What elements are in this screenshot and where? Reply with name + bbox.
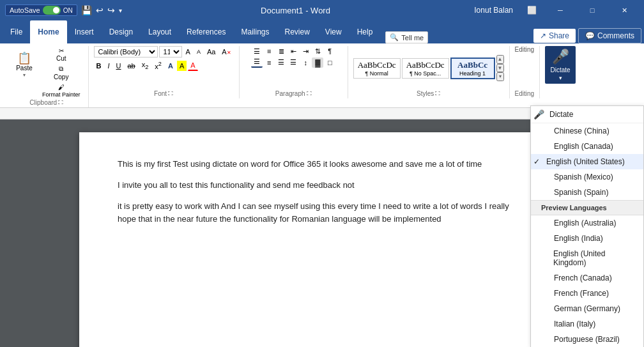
dropdown-dictate-option[interactable]: 🎤 Dictate — [531, 106, 643, 123]
styles-scroll-down[interactable]: ▼ — [496, 64, 504, 73]
document-title: Document1 - Word — [261, 6, 330, 15]
styles-scroll-up[interactable]: ▲ — [496, 55, 504, 64]
font-name-select[interactable]: Calibri (Body) — [94, 46, 158, 58]
dropdown-lang-french-france-label: French (France) — [554, 289, 609, 298]
bold-button[interactable]: B — [94, 61, 104, 71]
dropdown-lang-english-canada[interactable]: English (Canada) — [531, 139, 643, 154]
autosave-toggle[interactable] — [43, 6, 61, 15]
dropdown-lang-english-us-label: English (United States) — [546, 157, 625, 166]
dropdown-lang-french-france[interactable]: French (France) — [531, 286, 643, 301]
dropdown-lang-italian-italy[interactable]: Italian (Italy) — [531, 316, 643, 332]
dropdown-lang-english-india[interactable]: English (India) — [531, 231, 643, 246]
line-spacing-button[interactable]: ↕ — [300, 58, 311, 68]
styles-more[interactable]: ▾ — [496, 72, 504, 81]
clear-formatting-button[interactable]: A✕ — [219, 47, 233, 57]
tell-me-box[interactable]: 🔍 Tell me — [385, 31, 428, 43]
dropdown-lang-german-germany[interactable]: German (Germany) — [531, 301, 643, 316]
numbering-button[interactable]: ≡ — [263, 46, 275, 56]
editing-group-content: Editing — [515, 46, 535, 90]
align-left-button[interactable]: ☰ — [251, 57, 263, 68]
decrease-indent-button[interactable]: ⇤ — [288, 46, 299, 56]
style-heading1[interactable]: AaBbCc Heading 1 — [450, 58, 495, 79]
borders-button[interactable]: □ — [324, 58, 335, 68]
dropdown-lang-spanish-mexico[interactable]: Spanish (Mexico) — [531, 169, 643, 185]
quick-access-dropdown[interactable]: ▾ — [119, 7, 122, 14]
redo-icon[interactable]: ↪ — [107, 5, 115, 15]
justify-button[interactable]: ☰ — [288, 58, 299, 68]
grow-font-button[interactable]: A — [183, 47, 193, 57]
tab-mailings[interactable]: Mailings — [233, 20, 277, 43]
font-name-row: Calibri (Body) 11 A A Aa A✕ — [94, 46, 234, 58]
multilevel-button[interactable]: ≣ — [275, 46, 287, 56]
undo-icon[interactable]: ↩ — [96, 5, 103, 15]
style-no-spacing[interactable]: AaBbCcDc ¶ No Spac... — [402, 58, 449, 79]
restore-window-icon[interactable]: ⬜ — [521, 3, 543, 17]
tab-design[interactable]: Design — [102, 20, 141, 43]
italic-button[interactable]: I — [105, 61, 112, 71]
paragraph-expand-icon[interactable]: ⛶ — [307, 91, 312, 96]
change-case-button[interactable]: Aa — [204, 47, 218, 57]
tab-layout[interactable]: Layout — [141, 20, 179, 43]
text-effects-button[interactable]: A — [165, 61, 176, 71]
shading-button[interactable]: ▓ — [312, 58, 323, 68]
tab-view[interactable]: View — [318, 20, 349, 43]
dropdown-lang-portuguese-brazil[interactable]: Portuguese (Brazil) — [531, 332, 643, 347]
shrink-font-button[interactable]: A — [194, 47, 203, 56]
font-expand-icon[interactable]: ⛶ — [168, 91, 173, 96]
dropdown-lang-spanish-spain[interactable]: Spanish (Spain) — [531, 185, 643, 200]
style-normal-preview: AaBbCcDc — [358, 60, 396, 70]
minimize-button[interactable]: ─ — [546, 0, 575, 20]
tab-file[interactable]: File — [3, 20, 30, 43]
dropdown-lang-english-australia[interactable]: English (Australia) — [531, 215, 643, 231]
highlight-button[interactable]: A — [177, 61, 187, 71]
dropdown-check-spanish-spain — [541, 188, 549, 197]
save-icon[interactable]: 💾 — [81, 5, 92, 15]
tab-help[interactable]: Help — [349, 20, 381, 43]
dictate-dropdown-arrow[interactable]: ▾ — [559, 75, 562, 81]
tab-review[interactable]: Review — [277, 20, 317, 43]
tab-insert[interactable]: Insert — [67, 20, 102, 43]
font-size-select[interactable]: 11 — [159, 46, 182, 58]
format-painter-button[interactable]: 🖌 Format Painter — [40, 82, 83, 99]
dropdown-lang-french-canada-label: French (Canada) — [554, 274, 612, 282]
restore-button[interactable]: □ — [578, 0, 607, 20]
align-center-button[interactable]: ≡ — [263, 58, 275, 68]
strikethrough-button[interactable]: ab — [125, 61, 138, 71]
bullets-button[interactable]: ☰ — [251, 46, 263, 56]
superscript-button[interactable]: x2 — [152, 59, 164, 72]
copy-button[interactable]: ⧉ Copy — [40, 64, 83, 82]
dropdown-lang-french-canada[interactable]: French (Canada) — [531, 270, 643, 286]
paste-dropdown-arrow[interactable]: ▾ — [23, 72, 26, 78]
paste-button[interactable]: 📋 Paste ▾ — [10, 46, 38, 84]
close-button[interactable]: ✕ — [610, 0, 639, 20]
dropdown-check-english-india — [541, 234, 549, 243]
dropdown-lang-chinese[interactable]: Chinese (China) — [531, 123, 643, 139]
dictate-language-dropdown[interactable]: 🎤 Dictate Chinese (China) English (Canad… — [530, 105, 644, 347]
dictate-button[interactable]: 🎤 Dictate ▾ — [545, 46, 576, 84]
show-hide-button[interactable]: ¶ — [324, 46, 335, 56]
title-bar-right: Ionut Balan ⬜ ─ □ ✕ — [469, 0, 639, 20]
share-icon: ↗ — [540, 31, 546, 40]
paragraph-group-content: ☰ ≡ ≣ ⇤ ⇥ ⇅ ¶ ☰ ≡ ☰ ☰ ↕ ▓ □ — [251, 46, 335, 90]
font-color-button[interactable]: A — [188, 60, 197, 71]
underline-button[interactable]: U — [114, 61, 124, 71]
clipboard-expand-icon[interactable]: ⛶ — [58, 100, 63, 105]
styles-expand-icon[interactable]: ⛶ — [435, 91, 440, 96]
increase-indent-button[interactable]: ⇥ — [300, 46, 311, 56]
autosave-badge[interactable]: AutoSave ON — [5, 4, 77, 16]
cut-button[interactable]: ✂ Cut — [40, 46, 83, 63]
dropdown-lang-english-uk[interactable]: English (United Kingdom) — [531, 246, 643, 270]
paragraph-2: I invite you all to test this functional… — [118, 179, 526, 192]
tab-references[interactable]: References — [179, 20, 233, 43]
style-normal[interactable]: AaBbCcDc ¶ Normal — [353, 58, 401, 79]
sort-button[interactable]: ⇅ — [312, 46, 323, 56]
dropdown-lang-english-us[interactable]: ✓ English (United States) — [531, 154, 643, 169]
dropdown-check-german-germany — [541, 304, 549, 313]
clipboard-label: Clipboard ⛶ — [10, 99, 83, 107]
align-right-button[interactable]: ☰ — [275, 58, 287, 68]
subscript-button[interactable]: x2 — [139, 59, 151, 72]
comments-button[interactable]: 💬 Comments — [578, 28, 641, 43]
dropdown-lang-english-india-label: English (India) — [554, 234, 603, 243]
tab-home[interactable]: Home — [30, 20, 66, 43]
share-button[interactable]: ↗ Share — [533, 29, 576, 43]
